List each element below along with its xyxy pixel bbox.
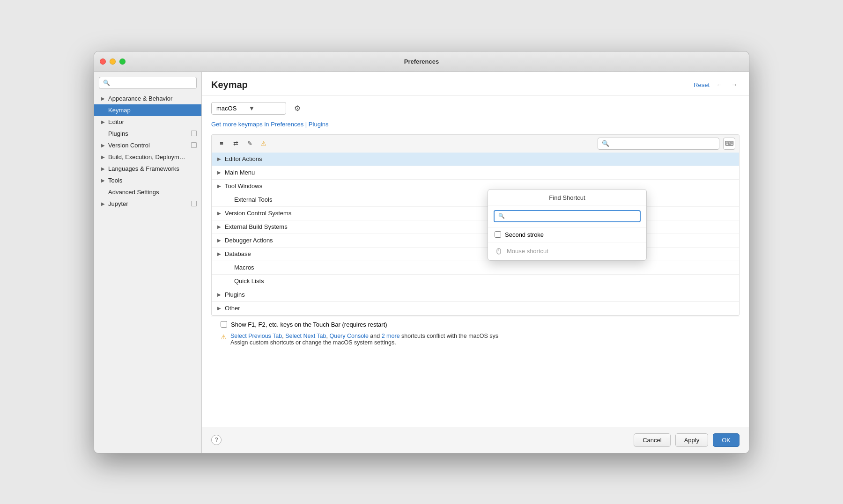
warning-link-more[interactable]: 2 more [382,333,400,339]
warning-link-query-console[interactable]: Query Console [329,333,368,339]
expand-all-button[interactable]: ⇄ [229,139,242,149]
plugins-link[interactable]: Get more keymaps in Preferences | Plugin… [211,121,739,128]
tree-item-tool-windows[interactable]: ▶ Tool Windows [212,180,739,193]
warning-link-select-next[interactable]: Select Next Tab [285,333,326,339]
edit-shortcut-button[interactable]: ✎ [244,139,256,149]
sidebar: ▶ Appearance & Behavior Keymap ▶ Editor … [94,72,202,453]
sidebar-item-jupyter[interactable]: ▶ Jupyter [94,198,201,210]
keymap-search-input[interactable] [611,140,715,147]
tree-item-label: External Build Systems [225,223,288,230]
tree-item-macros[interactable]: Macros [212,261,739,275]
collapse-all-button[interactable]: ≡ [215,139,228,149]
main-body: macOS ▼ ⚙ Get more keymaps in Preference… [202,95,749,427]
tree-item-external-tools[interactable]: External Tools [212,193,739,207]
chevron-spacer [225,264,232,271]
tree-item-label: Database [225,250,251,257]
sidebar-item-languages-frameworks[interactable]: ▶ Languages & Frameworks [94,163,201,175]
mouse-icon [495,247,503,256]
gear-button[interactable]: ⚙ [291,102,304,115]
dropdown-arrow-icon: ▼ [249,105,281,112]
preferences-window: Preferences ▶ Appearance & Behavior Keym… [94,51,749,453]
tree-item-editor-actions[interactable]: ▶ Editor Actions [212,153,739,166]
sidebar-search-input[interactable] [99,77,197,89]
header-nav: Reset ← → [694,80,739,90]
chevron-right-icon: ▶ [100,153,106,160]
sidebar-item-label: Build, Execution, Deploym… [108,153,197,161]
tree-item-label: Version Control Systems [225,210,291,217]
sidebar-search-container [94,72,201,93]
keymap-search-field[interactable]: 🔍 [598,138,719,150]
main-header: Keymap Reset ← → [202,72,749,95]
sidebar-item-label: Languages & Frameworks [108,165,197,172]
tree-item-main-menu[interactable]: ▶ Main Menu [212,166,739,180]
maximize-button[interactable] [119,58,126,65]
footer-right: Cancel Apply OK [634,433,739,447]
warning-link-select-prev[interactable]: Select Previous Tab [230,333,282,339]
second-stroke-row: Second stroke [488,227,646,242]
tree-item-quick-lists[interactable]: Quick Lists [212,275,739,288]
keymap-dropdown[interactable]: macOS ▼ [211,102,286,115]
ok-button[interactable]: OK [713,433,739,447]
warning-text-2: Assign custom shortcuts or change the ma… [230,339,396,346]
chevron-right-icon: ▶ [215,169,223,176]
chevron-spacer [225,196,232,204]
tree-item-version-control-systems[interactable]: ▶ Version Control Systems [212,207,739,220]
sidebar-item-editor[interactable]: ▶ Editor [94,116,201,128]
sidebar-item-tools[interactable]: ▶ Tools [94,175,201,186]
sidebar-item-plugins[interactable]: Plugins [94,128,201,139]
warning-triangle-icon: ⚠ [261,140,266,147]
gear-icon: ⚙ [294,104,301,113]
titlebar: Preferences [94,51,749,72]
sidebar-item-build-execution[interactable]: ▶ Build, Execution, Deploym… [94,151,201,163]
cancel-button[interactable]: Cancel [634,433,670,447]
tree-item-label: Plugins [225,291,245,298]
page-badge-icon [191,131,197,136]
apply-button[interactable]: Apply [675,433,709,447]
tree-item-database[interactable]: ▶ Database [212,248,739,261]
second-stroke-checkbox[interactable] [495,231,501,238]
sidebar-item-advanced-settings[interactable]: Advanced Settings [94,186,201,198]
sidebar-item-keymap[interactable]: Keymap [94,104,201,116]
edit-icon: ✎ [247,140,252,147]
warning-triangle-icon: ⚠ [221,333,227,341]
tree-item-debugger-actions[interactable]: ▶ Debugger Actions [212,234,739,248]
warning-filter-button[interactable]: ⚠ [258,139,270,149]
tree-item-external-build-systems[interactable]: ▶ External Build Systems [212,220,739,234]
sidebar-item-label: Version Control [108,142,189,149]
popup-search-input[interactable] [507,213,636,219]
sidebar-item-label: Advanced Settings [108,189,197,196]
keymap-row: macOS ▼ ⚙ [211,102,739,115]
tree-item-label: Main Menu [225,169,255,176]
expand-all-icon: ⇄ [233,140,238,147]
tree-item-label: Other [225,305,240,312]
close-button[interactable] [100,58,106,65]
chevron-right-icon: ▶ [100,118,106,125]
mouse-shortcut-row[interactable]: Mouse shortcut [488,242,646,260]
tree-item-label: Editor Actions [225,155,262,162]
forward-nav-button[interactable]: → [729,80,739,90]
tree-item-label: External Tools [234,196,272,203]
find-shortcut-icon: ⌨ [725,140,734,147]
page-title: Keymap [211,80,248,90]
help-button[interactable]: ? [211,435,222,445]
minimize-button[interactable] [110,58,116,65]
sidebar-item-appearance-behavior[interactable]: ▶ Appearance & Behavior [94,93,201,104]
reset-button[interactable]: Reset [694,81,710,88]
keymap-value: macOS [216,105,249,112]
sidebar-item-version-control[interactable]: ▶ Version Control [94,139,201,151]
back-nav-button[interactable]: ← [714,80,725,90]
chevron-right-icon: ▶ [215,183,223,190]
tree-item-label: Tool Windows [225,183,262,190]
chevron-right-icon: ▶ [100,177,106,183]
tree-item-other[interactable]: ▶ Other [212,302,739,315]
chevron-right-icon: ▶ [100,200,106,207]
sidebar-item-label: Jupyter [108,200,189,207]
tree-item-plugins[interactable]: ▶ Plugins [212,288,739,302]
warning-text-suffix: shortcuts conflict with the macOS sys [401,333,498,339]
touchbar-checkbox[interactable] [221,321,227,328]
chevron-right-icon: ▶ [215,223,223,231]
find-shortcut-button[interactable]: ⌨ [723,138,735,150]
chevron-right-icon: ▶ [215,250,223,258]
touchbar-label: Show F1, F2, etc. keys on the Touch Bar … [231,321,387,328]
popup-search-field[interactable]: 🔍 [494,210,641,222]
